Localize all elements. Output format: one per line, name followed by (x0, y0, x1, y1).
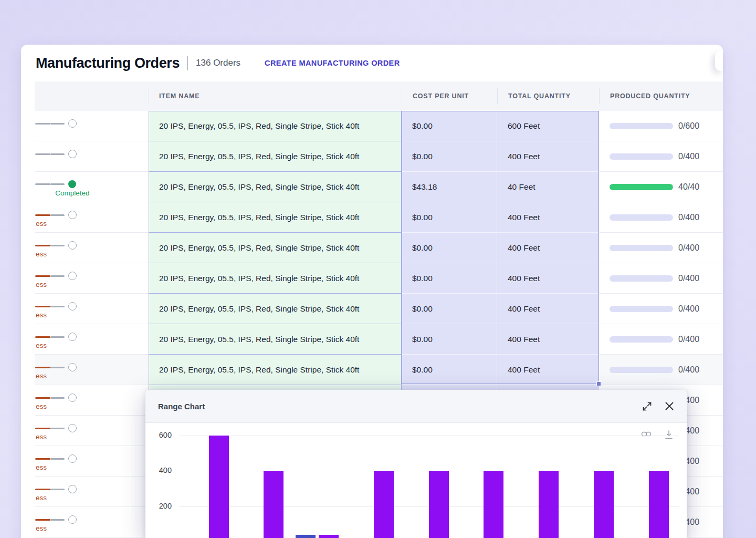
page-title: Manufacturing Orders (36, 55, 180, 71)
status-radio[interactable] (68, 424, 77, 432)
status-cell: ess (35, 294, 149, 324)
status-radio[interactable] (68, 363, 77, 371)
total-quantity-cell[interactable]: 40 Feet (497, 172, 599, 202)
item-name-cell[interactable]: 20 IPS, Energy, 05.5, IPS, Red, Single S… (149, 324, 402, 355)
status-label: ess (36, 402, 47, 410)
total-quantity-text: 40 Feet (508, 182, 536, 192)
item-name-text: 20 IPS, Energy, 05.5, IPS, Red, Single S… (159, 121, 359, 131)
total-quantity-cell[interactable]: 400 Feet (497, 355, 599, 385)
item-name-cell[interactable]: 20 IPS, Energy, 05.5, IPS, Red, Single S… (149, 172, 402, 202)
create-manufacturing-order-button[interactable]: CREATE MANUFACTURING ORDER (265, 59, 400, 67)
item-name-cell[interactable]: 20 IPS, Energy, 05.5, IPS, Red, Single S… (149, 294, 402, 324)
cost-per-unit-cell[interactable]: $0.00 (402, 324, 497, 355)
item-name-cell[interactable]: 20 IPS, Energy, 05.5, IPS, Red, Single S… (149, 263, 402, 294)
cost-per-unit-cell[interactable]: $0.00 (402, 202, 497, 233)
table-row: ess 20 IPS, Energy, 05.5, IPS, Red, Sing… (35, 294, 723, 324)
expand-icon[interactable] (642, 401, 652, 411)
progress-line-rest (50, 458, 65, 460)
cost-per-unit-cell[interactable]: $0.00 (402, 294, 497, 324)
produced-quantity-cell: 0/400 (599, 355, 723, 385)
chart-bar (484, 471, 503, 538)
cost-per-unit-cell[interactable]: $0.00 (402, 355, 497, 385)
produced-quantity-cell: 0/400 (599, 202, 723, 233)
status-cell: ess (35, 324, 149, 355)
status-stepper (35, 363, 77, 371)
cost-per-unit-cell[interactable]: $0.00 (402, 111, 497, 141)
produced-progress-bar (610, 184, 673, 190)
status-radio[interactable] (68, 302, 77, 311)
edge-panel-button[interactable] (715, 51, 723, 71)
status-label: ess (36, 342, 47, 349)
chart-bar (429, 471, 449, 538)
total-quantity-cell[interactable]: 400 Feet (497, 263, 599, 294)
status-radio[interactable] (68, 211, 77, 219)
total-quantity-cell[interactable]: 400 Feet (497, 233, 599, 263)
status-radio[interactable] (68, 394, 77, 402)
progress-line-rest (50, 489, 65, 490)
selection-handle[interactable] (596, 381, 601, 386)
total-quantity-cell[interactable]: 600 Feet (497, 111, 599, 141)
produced-quantity-cell: 40/40 (599, 172, 723, 202)
status-stepper (35, 241, 77, 250)
item-name-cell[interactable]: 20 IPS, Energy, 05.5, IPS, Red, Single S… (149, 355, 402, 385)
item-name-cell[interactable]: 20 IPS, Energy, 05.5, IPS, Red, Single S… (149, 141, 402, 172)
produced-progress-bar (610, 245, 673, 251)
item-name-cell[interactable]: 20 IPS, Energy, 05.5, IPS, Red, Single S… (149, 202, 402, 233)
produced-progress-fill (610, 184, 673, 190)
progress-line-done (35, 306, 50, 307)
modal-title: Range Chart (158, 402, 205, 411)
chart-bar (319, 535, 339, 538)
status-stepper (35, 211, 77, 219)
item-name-text: 20 IPS, Energy, 05.5, IPS, Red, Single S… (159, 182, 359, 192)
table-row: ess 20 IPS, Energy, 05.5, IPS, Red, Sing… (35, 324, 723, 355)
download-icon[interactable] (664, 430, 674, 440)
item-name-cell[interactable]: 20 IPS, Energy, 05.5, IPS, Red, Single S… (149, 233, 402, 263)
table-row: ess 20 IPS, Energy, 05.5, IPS, Red, Sing… (35, 233, 723, 263)
status-stepper (35, 485, 77, 493)
status-radio[interactable] (68, 333, 77, 341)
status-radio[interactable] (68, 272, 77, 280)
produced-count: 0/400 (678, 365, 699, 375)
table-header: ITEM NAME COST PER UNIT TOTAL QUANTITY P… (35, 81, 723, 111)
status-radio[interactable] (68, 119, 77, 128)
chart-bar (264, 471, 284, 538)
item-name-cell[interactable]: 20 IPS, Energy, 05.5, IPS, Red, Single S… (149, 111, 402, 141)
progress-line-done (35, 336, 50, 338)
progress-line-done (35, 214, 50, 216)
progress-line-done (35, 428, 50, 429)
status-radio[interactable] (68, 241, 77, 250)
cost-per-unit-text: $0.00 (412, 121, 433, 131)
total-quantity-cell[interactable]: 400 Feet (497, 294, 599, 324)
total-quantity-cell[interactable]: 400 Feet (497, 141, 599, 172)
status-radio[interactable] (68, 180, 76, 188)
progress-line-rest (50, 245, 65, 246)
item-name-text: 20 IPS, Energy, 05.5, IPS, Red, Single S… (159, 274, 359, 283)
total-quantity-cell[interactable]: 400 Feet (497, 202, 599, 233)
total-quantity-text: 400 Feet (508, 152, 540, 161)
produced-count: 0/400 (678, 274, 699, 283)
total-quantity-text: 400 Feet (508, 243, 540, 253)
chart-bar (539, 471, 559, 538)
produced-quantity-cell: 0/400 (599, 294, 723, 324)
link-icon[interactable] (641, 430, 652, 440)
produced-quantity-cell: 0/400 (599, 233, 723, 263)
status-radio[interactable] (68, 150, 77, 158)
produced-progress-bar (610, 153, 673, 160)
status-radio[interactable] (68, 515, 77, 524)
status-cell: ess (35, 263, 149, 294)
status-radio[interactable] (68, 454, 77, 463)
progress-line-done (35, 489, 50, 490)
status-radio[interactable] (68, 485, 77, 493)
cost-per-unit-cell[interactable]: $0.00 (402, 263, 497, 294)
cost-per-unit-cell[interactable]: $0.00 (402, 233, 497, 263)
cost-per-unit-cell[interactable]: $0.00 (402, 141, 497, 172)
progress-line-rest (50, 306, 65, 307)
total-quantity-cell[interactable]: 400 Feet (497, 324, 599, 355)
status-label: ess (36, 250, 47, 258)
progress-line-rest (50, 397, 65, 399)
cost-per-unit-cell[interactable]: $43.18 (402, 172, 497, 202)
item-name-text: 20 IPS, Energy, 05.5, IPS, Red, Single S… (159, 304, 359, 314)
status-stepper (35, 119, 77, 128)
close-icon[interactable] (665, 401, 674, 411)
chart-bar (296, 535, 316, 538)
